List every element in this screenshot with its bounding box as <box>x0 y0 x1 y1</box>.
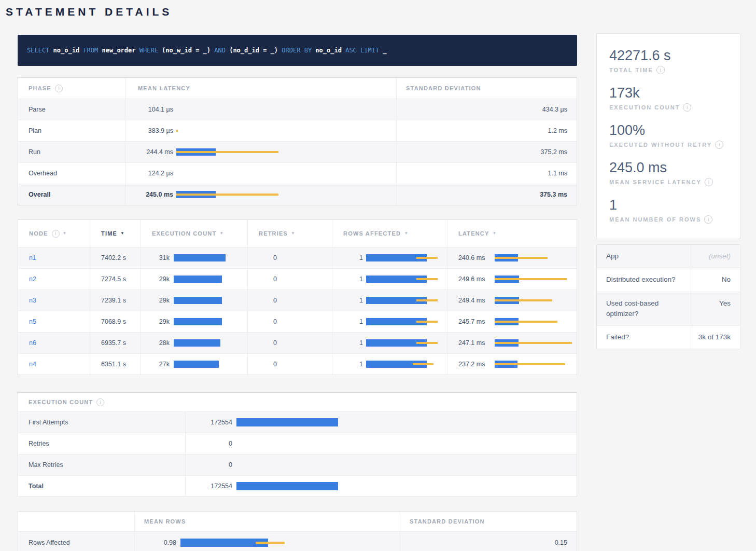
info-icon[interactable]: i <box>656 66 665 74</box>
sort-arrow-icon[interactable]: ▼ <box>63 231 67 236</box>
latency-column-header[interactable]: LATENCY▼ <box>447 220 578 247</box>
count-bar-fill <box>236 482 338 490</box>
execution-count-cell: 31k <box>141 247 247 268</box>
retries-cell: 0 <box>247 269 332 290</box>
retries-value: 0 <box>259 318 277 325</box>
phase-table: PHASEi MEAN LATENCY STANDARD DEVIATION P… <box>18 77 577 205</box>
rows-affected-bar <box>366 297 447 304</box>
info-icon[interactable]: i <box>705 178 713 186</box>
sql-identifier: no_o_id <box>315 47 345 54</box>
info-icon[interactable]: i <box>683 103 691 112</box>
node-link[interactable]: n4 <box>29 361 36 368</box>
execution-count-value: 29k <box>152 276 170 283</box>
node-link[interactable]: n3 <box>29 297 36 304</box>
node-cell: n4 <box>18 354 90 375</box>
phase-header-label: PHASE <box>29 85 51 91</box>
sql-statement-box: SELECT no_o_id FROM new_order WHERE (no_… <box>18 35 577 66</box>
mean-latency-value: 124.2 µs <box>138 170 173 177</box>
phase-column-header: PHASEi <box>18 78 125 99</box>
rows-affected-label: Rows Affected <box>18 532 134 551</box>
stddev-bar <box>256 542 285 544</box>
detail-label: Used cost-based optimizer? <box>597 292 691 326</box>
statement-details-card: App (unset) Distributed execution? No Us… <box>596 244 740 349</box>
rows-affected-value: 1 <box>343 318 363 325</box>
exec-row-value-cell: 172554 <box>185 412 577 433</box>
execution-count-column-header[interactable]: EXECUTION COUNT▼ <box>141 220 247 247</box>
mean-rows-column-header: MEAN ROWS <box>134 512 400 531</box>
stddev-bar <box>495 363 565 365</box>
execution-count-bar <box>174 339 247 347</box>
phase-name: Overhead <box>18 163 125 184</box>
table-row: n6 6935.7 s 28k 0 1 247.1 ms <box>18 332 577 353</box>
exec-row-value: 172554 <box>190 483 232 490</box>
rows-affected-value: 1 <box>343 276 363 283</box>
node-table-header: NODEi▼ TIME▼ EXECUTION COUNT▼ RETRIES▼ R… <box>18 220 577 247</box>
detail-row-failed: Failed? 3k of 173k <box>597 325 740 349</box>
rows-affected-value: 1 <box>343 339 363 347</box>
info-icon[interactable]: i <box>96 398 104 406</box>
rows-affected-column-header[interactable]: ROWS AFFECTED▼ <box>332 220 447 247</box>
time-cell: 7239.1 s <box>90 290 141 311</box>
exec-row-value: 0 <box>190 440 232 447</box>
table-row: n3 7239.1 s 29k 0 1 249.4 ms <box>18 290 577 311</box>
latency-bar <box>495 318 578 325</box>
std-deviation-value: 375.2 ms <box>396 142 578 162</box>
mean-latency-cell: 383.9 µs <box>125 120 396 141</box>
info-icon[interactable]: i <box>715 141 723 149</box>
stat-label-text: MEAN NUMBER OF ROWS <box>609 216 701 223</box>
sort-arrow-icon[interactable]: ▼ <box>120 231 125 236</box>
exec-row-value: 172554 <box>190 419 232 426</box>
detail-row-cost-based-optimizer: Used cost-based optimizer? Yes <box>597 292 740 326</box>
std-deviation-value: 1.1 ms <box>396 163 578 184</box>
latency-bar <box>495 339 578 347</box>
mean-latency-value: 383.9 µs <box>138 127 173 134</box>
time-cell: 7402.2 s <box>90 247 141 268</box>
page-title: STATEMENT DETAILS <box>0 0 756 18</box>
sort-arrow-icon[interactable]: ▼ <box>493 231 497 236</box>
detail-value: (unset) <box>691 245 740 268</box>
rows-affected-cell: 1 <box>332 333 447 353</box>
sort-arrow-icon[interactable]: ▼ <box>291 231 296 236</box>
info-icon[interactable]: i <box>704 215 712 224</box>
rows-affected-bar <box>366 276 447 283</box>
info-icon[interactable]: i <box>55 85 63 92</box>
summary-sidebar: 42271.6 s TOTAL TIMEi 173k EXECUTION COU… <box>596 33 740 349</box>
sql-identifier: new_order <box>102 47 139 54</box>
node-link[interactable]: n2 <box>29 276 36 283</box>
latency-bar <box>495 361 578 368</box>
execution-count-bar <box>174 254 247 261</box>
rows-affected-value: 1 <box>343 361 363 368</box>
detail-label: App <box>597 245 691 268</box>
exec-row-label: Retries <box>18 433 185 454</box>
stat-label: EXECUTED WITHOUT RETRYi <box>609 141 727 149</box>
latency-value: 249.4 ms <box>458 297 492 304</box>
mean-rows-value: 0.98 <box>146 539 176 546</box>
latency-bar <box>176 170 396 177</box>
exec-row-value-cell: 172554 <box>185 476 577 497</box>
latency-value: 249.6 ms <box>458 276 492 283</box>
retries-column-header[interactable]: RETRIES▼ <box>247 220 332 247</box>
exec-row-label: Total <box>18 476 185 497</box>
node-link[interactable]: n1 <box>29 254 36 261</box>
stddev-bar <box>416 278 438 280</box>
retries-value: 0 <box>259 339 277 347</box>
execution-count-value: 28k <box>152 339 170 347</box>
node-link[interactable]: n5 <box>29 318 36 325</box>
sort-arrow-icon[interactable]: ▼ <box>404 231 409 236</box>
latency-value: 247.1 ms <box>458 339 492 347</box>
table-row: n2 7274.5 s 29k 0 1 249.6 ms <box>18 268 577 290</box>
exec-row-label: First Attempts <box>18 412 185 433</box>
node-link[interactable]: n6 <box>29 339 36 347</box>
rows-affected-cell: 1 <box>332 311 447 332</box>
info-icon[interactable]: i <box>52 230 60 238</box>
mean-rows-cell: 0.98 <box>134 532 400 551</box>
rows-affected-cell: 1 <box>332 247 447 268</box>
stat-label-text: MEAN SERVICE LATENCY <box>609 179 702 185</box>
rows-affected-table-header: MEAN ROWS STANDARD DEVIATION <box>18 512 577 531</box>
sort-arrow-icon[interactable]: ▼ <box>219 231 224 236</box>
table-row: Plan 383.9 µs 1.2 ms <box>18 120 577 141</box>
node-column-header[interactable]: NODEi▼ <box>18 220 90 247</box>
time-column-header[interactable]: TIME▼ <box>90 220 141 247</box>
execution-count-cell: 27k <box>141 354 247 375</box>
stddev-bar <box>416 257 438 259</box>
